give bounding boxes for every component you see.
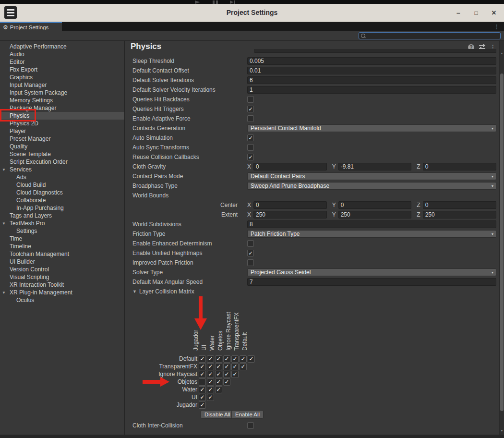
matrix-checkbox-ignore-raycast-water[interactable]: ✓ xyxy=(215,371,222,378)
sidebar-item-fbx-export[interactable]: Fbx Export xyxy=(0,66,124,73)
text-field[interactable]: 7 xyxy=(247,278,496,286)
checkbox[interactable]: ✓ xyxy=(247,134,254,141)
sidebar-item-collaborate[interactable]: Collaborate xyxy=(0,196,124,204)
sidebar-item-cloud-build[interactable]: Cloud Build xyxy=(0,181,124,189)
matrix-checkbox-default-ui[interactable]: ✓ xyxy=(207,355,214,363)
vertical-scrollbar[interactable]: ▲ ▼ xyxy=(499,41,504,435)
sidebar-item-visual-scripting[interactable]: Visual Scripting xyxy=(0,273,124,281)
axis-field[interactable]: 0 xyxy=(423,163,496,170)
foldout-arrow-icon[interactable]: ▼ xyxy=(0,291,8,295)
sidebar-item-script-execution-order[interactable]: Script Execution Order xyxy=(0,158,124,166)
matrix-checkbox-water-water[interactable]: ✓ xyxy=(215,386,222,393)
sidebar-item-memory-settings[interactable]: Memory Settings xyxy=(0,97,124,104)
checkbox[interactable] xyxy=(247,115,254,122)
play-icon[interactable] xyxy=(195,0,200,4)
scrollbar-thumb[interactable] xyxy=(500,73,504,411)
sidebar-item-editor[interactable]: Editor xyxy=(0,58,124,66)
sidebar-item-player[interactable]: Player xyxy=(0,127,124,135)
text-field[interactable]: 0.01 xyxy=(247,67,496,74)
close-button[interactable]: × xyxy=(491,9,497,17)
axis-field[interactable]: 250 xyxy=(338,211,412,219)
matrix-checkbox-transparentfx-ignore-raycast[interactable]: ✓ xyxy=(231,363,239,370)
matrix-checkbox-ignore-raycast-jugador[interactable]: ✓ xyxy=(199,371,206,378)
sidebar-item-physics[interactable]: Physics xyxy=(0,112,124,120)
checkbox[interactable]: ✓ xyxy=(247,250,254,256)
matrix-checkbox-ui-ui[interactable]: ✓ xyxy=(207,394,214,401)
sidebar-item-services[interactable]: ▼Services xyxy=(0,166,124,173)
sidebar-item-package-manager[interactable]: Package Manager xyxy=(0,104,124,112)
matrix-checkbox-transparentfx-ui[interactable]: ✓ xyxy=(207,363,214,370)
sidebar-item-in-app-purchasing[interactable]: In-App Purchasing xyxy=(0,204,124,212)
sidebar-item-ads[interactable]: Ads xyxy=(0,173,124,181)
text-field[interactable]: 6 xyxy=(247,76,496,84)
checkbox[interactable]: ✓ xyxy=(247,154,254,160)
disable-all-button[interactable]: Disable All xyxy=(201,410,234,419)
minimize-button[interactable]: – xyxy=(455,9,462,17)
matrix-checkbox-transparentfx-jugador[interactable]: ✓ xyxy=(199,363,206,370)
maximize-button[interactable]: □ xyxy=(473,10,480,16)
matrix-checkbox-objetos-ui[interactable]: ✓ xyxy=(207,378,214,386)
axis-field[interactable]: 0 xyxy=(423,201,496,209)
axis-field[interactable]: 0 xyxy=(253,163,327,170)
sidebar-item-time[interactable]: Time xyxy=(0,235,124,243)
matrix-checkbox-transparentfx-transparentfx[interactable]: ✓ xyxy=(240,363,247,370)
dropdown[interactable]: Default Contact Pairs▾ xyxy=(247,172,496,180)
matrix-checkbox-ui-jugador[interactable]: ✓ xyxy=(199,394,206,401)
matrix-checkbox-water-ui[interactable]: ✓ xyxy=(207,386,214,393)
matrix-checkbox-ignore-raycast-ui[interactable]: ✓ xyxy=(207,371,214,378)
pause-icon[interactable] xyxy=(213,0,218,4)
dropdown[interactable]: Projected Gauss Seidel▾ xyxy=(247,268,496,276)
matrix-checkbox-default-ignore-raycast[interactable]: ✓ xyxy=(231,355,239,363)
scroll-up-icon[interactable]: ▲ xyxy=(500,52,504,55)
text-field[interactable]: 0.005 xyxy=(247,57,496,65)
matrix-checkbox-transparentfx-water[interactable]: ✓ xyxy=(215,363,222,370)
sidebar-item-ui-builder[interactable]: UI Builder xyxy=(0,258,124,266)
matrix-checkbox-default-objetos[interactable]: ✓ xyxy=(223,355,230,363)
matrix-checkbox-objetos-jugador[interactable] xyxy=(199,378,206,386)
checkbox[interactable] xyxy=(247,240,254,247)
matrix-checkbox-transparentfx-objetos[interactable]: ✓ xyxy=(223,363,230,370)
matrix-checkbox-ignore-raycast-ignore-raycast[interactable]: ✓ xyxy=(231,371,239,378)
sidebar-item-scene-template[interactable]: Scene Template xyxy=(0,150,124,158)
sidebar-item-toolchain-management[interactable]: Toolchain Management xyxy=(0,250,124,258)
checkbox[interactable] xyxy=(247,259,254,266)
sidebar-item-input-manager[interactable]: Input Manager xyxy=(0,81,124,89)
dropdown[interactable]: Persistent Contact Manifold▾ xyxy=(247,124,496,132)
foldout-arrow-icon[interactable]: ▼ xyxy=(0,221,8,226)
sidebar-item-adaptive-performance[interactable]: Adaptive Performance xyxy=(0,43,124,50)
sidebar-item-xr-plug-in-management[interactable]: ▼XR Plug-in Management xyxy=(0,289,124,296)
foldout-arrow-icon[interactable]: ▼ xyxy=(125,289,137,294)
matrix-checkbox-objetos-objetos[interactable]: ✓ xyxy=(223,378,230,386)
step-icon[interactable] xyxy=(230,0,235,4)
dropdown[interactable]: Patch Friction Type▾ xyxy=(247,230,496,238)
axis-field[interactable]: 250 xyxy=(253,211,327,219)
sidebar-item-version-control[interactable]: Version Control xyxy=(0,266,124,273)
axis-field[interactable]: 250 xyxy=(423,211,496,219)
text-field[interactable]: 8 xyxy=(247,220,496,228)
checkbox[interactable]: ✓ xyxy=(247,106,254,112)
axis-field[interactable]: -9.81 xyxy=(338,163,412,170)
checkbox[interactable] xyxy=(247,96,254,103)
sidebar-item-textmesh-pro[interactable]: ▼TextMesh Pro xyxy=(0,219,124,227)
matrix-checkbox-default-transparentfx[interactable]: ✓ xyxy=(240,355,247,363)
sidebar-item-physics-2d[interactable]: Physics 2D xyxy=(0,120,124,127)
axis-field[interactable]: 0 xyxy=(253,201,327,209)
sidebar-item-timeline[interactable]: Timeline xyxy=(0,243,124,250)
matrix-checkbox-default-water[interactable]: ✓ xyxy=(215,355,222,363)
enable-all-button[interactable]: Enable All xyxy=(231,410,264,419)
matrix-checkbox-default-jugador[interactable]: ✓ xyxy=(199,355,206,363)
checkbox[interactable] xyxy=(247,144,254,151)
sidebar-item-tags-and-layers[interactable]: Tags and Layers xyxy=(0,212,124,219)
sidebar-item-quality[interactable]: Quality xyxy=(0,143,124,150)
tab-more-icon[interactable]: ⋮ xyxy=(494,24,500,30)
sidebar-item-oculus[interactable]: Oculus xyxy=(0,296,124,304)
text-field[interactable]: 1 xyxy=(247,86,496,94)
axis-field[interactable]: 0 xyxy=(338,201,412,209)
matrix-checkbox-water-jugador[interactable]: ✓ xyxy=(199,386,206,393)
matrix-checkbox-objetos-water[interactable]: ✓ xyxy=(215,378,222,386)
foldout-arrow-icon[interactable]: ▼ xyxy=(0,168,8,172)
matrix-checkbox-jugador-jugador[interactable]: ✓ xyxy=(199,402,206,409)
sidebar-item-cloud-diagnostics[interactable]: Cloud Diagnostics xyxy=(0,189,124,196)
sidebar-item-preset-manager[interactable]: Preset Manager xyxy=(0,135,124,143)
search-box[interactable] xyxy=(359,32,501,39)
